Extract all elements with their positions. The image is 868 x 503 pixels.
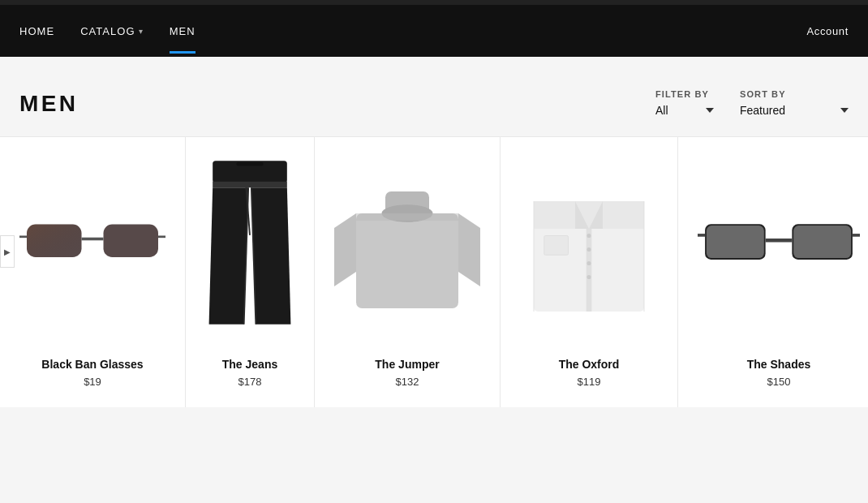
product-price: $132: [328, 376, 487, 388]
svg-rect-35: [793, 226, 851, 258]
product-name: The Oxford: [513, 358, 664, 371]
nav-catalog[interactable]: CATALOG ▾: [80, 9, 144, 54]
svg-rect-29: [544, 236, 569, 256]
filter-by-group: FILTER BY All Glasses Tops Bottoms: [655, 89, 714, 117]
svg-point-25: [587, 234, 591, 238]
nav-left: HOME CATALOG ▾ MEN: [19, 9, 806, 54]
sort-select[interactable]: Featured Price: Low to High Price: High …: [740, 104, 849, 117]
product-image-wrap: [678, 137, 868, 348]
chevron-down-icon: ▾: [139, 27, 144, 36]
filter-label: FILTER BY: [655, 89, 714, 99]
product-info: The Shades $150: [678, 348, 868, 388]
product-image-wrap: [501, 137, 677, 348]
svg-rect-8: [213, 182, 287, 187]
product-card[interactable]: The Jeans $178: [186, 137, 315, 407]
svg-rect-19: [356, 213, 458, 221]
sidebar-toggle[interactable]: ▶: [0, 235, 15, 268]
svg-rect-24: [587, 229, 592, 312]
product-info: The Oxford $119: [501, 348, 677, 388]
svg-marker-9: [209, 187, 249, 325]
svg-marker-17: [334, 213, 356, 286]
product-info: The Jumper $132: [315, 348, 500, 388]
navbar: HOME CATALOG ▾ MEN Account: [0, 5, 868, 57]
sort-by-group: SORT BY Featured Price: Low to High Pric…: [740, 89, 849, 117]
product-price: $150: [691, 376, 866, 388]
product-price: $178: [199, 376, 301, 388]
product-card[interactable]: The Jumper $132: [315, 137, 501, 407]
svg-rect-1: [104, 225, 159, 258]
svg-rect-5: [27, 225, 82, 258]
page-title: MEN: [19, 91, 78, 117]
product-price: $19: [13, 376, 172, 388]
nav-account[interactable]: Account: [806, 25, 849, 37]
svg-point-28: [587, 275, 591, 279]
page-header: MEN FILTER BY All Glasses Tops Bottoms S…: [0, 57, 868, 136]
svg-marker-10: [251, 187, 291, 325]
filter-select[interactable]: All Glasses Tops Bottoms: [655, 104, 714, 117]
svg-rect-14: [356, 213, 458, 308]
product-name: Black Ban Glasses: [13, 358, 172, 371]
svg-rect-21: [534, 201, 644, 229]
product-image-wrap: [186, 137, 314, 348]
product-card[interactable]: Black Ban Glasses $19: [0, 137, 186, 407]
product-info: Black Ban Glasses $19: [0, 348, 185, 388]
svg-point-26: [587, 247, 591, 252]
svg-rect-34: [707, 226, 764, 258]
product-price: $119: [513, 376, 664, 388]
products-grid: Black Ban Glasses $19 The Jeans $178: [0, 136, 868, 407]
product-name: The Jumper: [328, 358, 487, 371]
filter-sort-controls: FILTER BY All Glasses Tops Bottoms SORT …: [655, 89, 849, 117]
product-card[interactable]: The Shades $150: [678, 137, 868, 407]
product-name: The Jeans: [199, 358, 301, 371]
product-image-wrap: [0, 137, 185, 348]
product-name: The Shades: [691, 358, 866, 371]
svg-rect-7: [237, 162, 264, 166]
nav-home[interactable]: HOME: [19, 9, 54, 54]
nav-men[interactable]: MEN: [170, 9, 196, 54]
sort-label: SORT BY: [740, 89, 849, 99]
product-card[interactable]: The Oxford $119 SALE: [501, 137, 678, 407]
product-image-wrap: [315, 137, 500, 348]
svg-marker-18: [458, 213, 480, 286]
svg-point-27: [587, 261, 591, 265]
product-info: The Jeans $178: [186, 348, 314, 388]
